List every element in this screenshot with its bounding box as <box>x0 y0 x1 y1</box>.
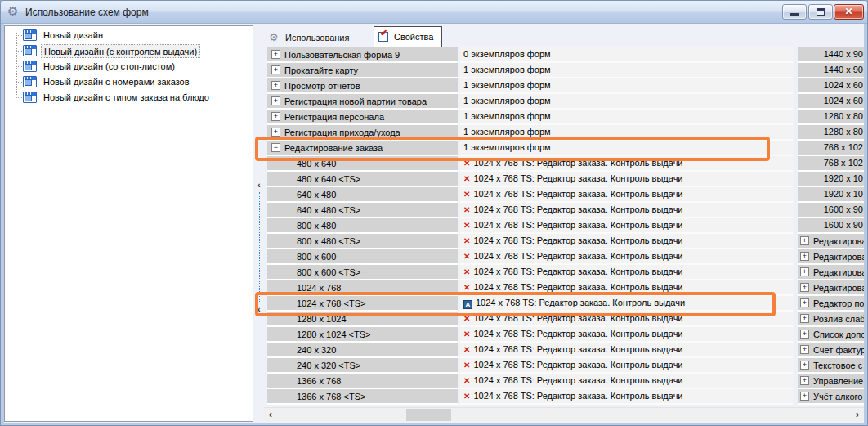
expand-icon[interactable]: + <box>800 298 809 307</box>
row-name-cell[interactable]: 800 x 600 <box>267 249 458 265</box>
table-row[interactable]: 240 x 320✕1024 x 768 TS: Редактор заказа… <box>267 343 793 358</box>
continuation-row[interactable]: 768 x 102 <box>798 156 864 172</box>
row-value-cell[interactable]: ✕1024 x 768 TS: Редактор заказа. Контрол… <box>460 234 793 249</box>
table-row[interactable]: +Регистрация персонала1 экземпляров форм <box>267 110 793 125</box>
continuation-row[interactable]: +Редактор по <box>798 296 864 312</box>
expand-icon[interactable]: + <box>271 96 280 105</box>
continuation-row[interactable]: +Розлив слаб <box>798 312 864 327</box>
table-row[interactable]: 1280 x 1024✕1024 x 768 TS: Редактор зака… <box>267 312 793 327</box>
continuation-row[interactable]: 1600 x 90 <box>798 218 864 234</box>
minimize-button[interactable] <box>782 4 807 20</box>
row-name-cell[interactable]: 240 x 320 <box>267 343 458 358</box>
row-value-cell[interactable]: ✕1024 x 768 TS: Редактор заказа. Контрол… <box>460 312 793 327</box>
row-name-cell[interactable]: 480 x 640 <box>267 156 458 172</box>
row-value-cell[interactable]: ✕1024 x 768 TS: Редактор заказа. Контрол… <box>460 343 793 358</box>
table-row[interactable]: 800 x 600✕1024 x 768 TS: Редактор заказа… <box>267 249 793 265</box>
table-row[interactable]: +Регистрация прихода/ухода1 экземпляров … <box>267 125 793 141</box>
continuation-row[interactable]: +Управление <box>798 374 864 389</box>
row-name-cell[interactable]: +Пользовательская форма 9 <box>267 47 458 63</box>
table-row[interactable]: −Редактирование заказа1 экземпляров форм <box>267 141 793 156</box>
table-row[interactable]: 240 x 320 <TS>✕1024 x 768 TS: Редактор з… <box>267 358 793 374</box>
expand-icon[interactable]: + <box>271 65 280 74</box>
row-value-cell[interactable]: 0 экземпляров форм <box>460 47 793 63</box>
table-row[interactable]: +Регистрация новой партии товара1 экземп… <box>267 94 793 110</box>
row-name-cell[interactable]: +Регистрация персонала <box>267 110 458 125</box>
table-row[interactable]: 1280 x 1024 <TS>✕1024 x 768 TS: Редактор… <box>267 327 793 343</box>
continuation-row[interactable]: +Текстовое с <box>798 358 864 374</box>
continuation-row[interactable]: 1280 x 80 <box>798 125 864 141</box>
table-row[interactable]: 1366 x 768 <TS>✕1024 x 768 TS: Редактор … <box>267 389 793 405</box>
row-name-cell[interactable]: 1024 x 768 <box>267 280 458 296</box>
close-button[interactable]: ✕ <box>834 4 864 20</box>
continuation-row[interactable]: 1280 x 80 <box>798 110 864 125</box>
sidebar-item[interactable]: Новый дизайн (со стоп-листом) <box>5 59 250 74</box>
maximize-button[interactable] <box>808 4 833 20</box>
row-value-cell[interactable]: ✕1024 x 768 TS: Редактор заказа. Контрол… <box>460 374 793 389</box>
table-row[interactable]: 480 x 640✕1024 x 768 TS: Редактор заказа… <box>267 156 793 172</box>
continuation-row[interactable]: +Редактирова <box>798 249 864 265</box>
tab-properties[interactable]: ✔Свойства <box>374 26 442 47</box>
expand-icon[interactable]: + <box>800 252 809 261</box>
table-row[interactable]: 1024 x 768✕1024 x 768 TS: Редактор заказ… <box>267 280 793 296</box>
splitter-collapse-top-icon[interactable]: ‹ <box>255 181 263 191</box>
row-value-cell[interactable]: ✕1024 x 768 TS: Редактор заказа. Контрол… <box>460 187 793 203</box>
row-name-cell[interactable]: +Регистрация прихода/ухода <box>267 125 458 141</box>
expand-icon[interactable]: + <box>800 345 809 354</box>
expand-icon[interactable]: + <box>800 314 809 323</box>
row-name-cell[interactable]: 1280 x 1024 <box>267 312 458 327</box>
row-value-cell[interactable]: ✕1024 x 768 TS: Редактор заказа. Контрол… <box>460 203 793 218</box>
expand-icon[interactable]: + <box>800 330 809 339</box>
expand-icon[interactable]: + <box>271 112 280 121</box>
row-value-cell[interactable]: 1 экземпляров форм <box>460 125 793 141</box>
row-value-cell[interactable]: ✕1024 x 768 TS: Редактор заказа. Контрол… <box>460 327 793 343</box>
continuation-row[interactable]: 1920 x 10 <box>798 187 864 203</box>
row-name-cell[interactable]: 1366 x 768 <box>267 374 458 389</box>
table-row[interactable]: 1024 x 768 <TS>A1024 x 768 TS: Редактор … <box>267 296 793 312</box>
row-value-cell[interactable]: ✕1024 x 768 TS: Редактор заказа. Контрол… <box>460 218 793 234</box>
sidebar-item[interactable]: Новый дизайн <box>5 28 250 43</box>
row-name-cell[interactable]: 1024 x 768 <TS> <box>267 296 458 312</box>
sidebar-item[interactable]: Новый дизайн (с контролем выдачи) <box>5 43 250 59</box>
continuation-row[interactable]: 1440 x 90 <box>798 47 864 63</box>
row-value-cell[interactable]: ✕1024 x 768 TS: Редактор заказа. Контрол… <box>460 280 793 296</box>
scrollbar-thumb[interactable] <box>406 409 451 421</box>
row-name-cell[interactable]: 1280 x 1024 <TS> <box>267 327 458 343</box>
tab-usages[interactable]: ⚙Использования <box>267 29 349 47</box>
row-name-cell[interactable]: 800 x 480 <box>267 218 458 234</box>
row-value-cell[interactable]: ✕1024 x 768 TS: Редактор заказа. Контрол… <box>460 249 793 265</box>
splitter-handle[interactable] <box>259 192 260 303</box>
table-row[interactable]: 640 x 480 <TS>✕1024 x 768 TS: Редактор з… <box>267 203 793 218</box>
expand-icon[interactable]: + <box>800 376 809 385</box>
row-value-cell[interactable]: 1 экземпляров форм <box>460 110 793 125</box>
row-value-cell[interactable]: ✕1024 x 768 TS: Редактор заказа. Контрол… <box>460 265 793 280</box>
row-name-cell[interactable]: 800 x 600 <TS> <box>267 265 458 280</box>
row-name-cell[interactable]: 800 x 480 <TS> <box>267 234 458 249</box>
continuation-row[interactable]: +Редактирова <box>798 234 864 249</box>
row-value-cell[interactable]: 1 экземпляров форм <box>460 78 793 94</box>
scroll-right-icon[interactable]: › <box>851 408 864 422</box>
table-row[interactable]: 1366 x 768✕1024 x 768 TS: Редактор заказ… <box>267 374 793 389</box>
row-name-cell[interactable]: −Редактирование заказа <box>267 141 458 156</box>
expand-icon[interactable]: + <box>271 50 280 59</box>
row-name-cell[interactable]: +Регистрация новой партии товара <box>267 94 458 110</box>
table-row[interactable]: 800 x 480✕1024 x 768 TS: Редактор заказа… <box>267 218 793 234</box>
expand-icon[interactable]: + <box>271 128 280 137</box>
continuation-row[interactable]: 1024 x 60 <box>798 78 864 94</box>
expand-icon[interactable]: + <box>271 81 280 90</box>
row-value-cell[interactable]: A1024 x 768 TS: Редактор заказа. Контрол… <box>460 296 793 312</box>
continuation-row[interactable]: 1440 x 90 <box>798 63 864 78</box>
table-row[interactable]: 800 x 480 <TS>✕1024 x 768 TS: Редактор з… <box>267 234 793 249</box>
scroll-left-icon[interactable]: ‹ <box>264 408 277 422</box>
row-value-cell[interactable]: 1 экземпляров форм <box>460 94 793 110</box>
row-name-cell[interactable]: +Просмотр отчетов <box>267 78 458 94</box>
row-name-cell[interactable]: 1366 x 768 <TS> <box>267 389 458 405</box>
continuation-row[interactable]: +Учёт алкого <box>798 389 864 405</box>
continuation-row[interactable]: +Редактирова <box>798 280 864 296</box>
expand-icon[interactable]: + <box>800 236 809 245</box>
continuation-row[interactable]: 1920 x 10 <box>798 172 864 187</box>
table-row[interactable]: +Просмотр отчетов1 экземпляров форм <box>267 78 793 94</box>
splitter-collapse-bottom-icon[interactable]: ‹ <box>255 305 263 316</box>
titlebar[interactable]: ⚙ Использование схем форм ✕ <box>1 1 868 24</box>
continuation-row[interactable]: +Редактирова <box>798 265 864 280</box>
row-value-cell[interactable]: ✕1024 x 768 TS: Редактор заказа. Контрол… <box>460 389 793 405</box>
